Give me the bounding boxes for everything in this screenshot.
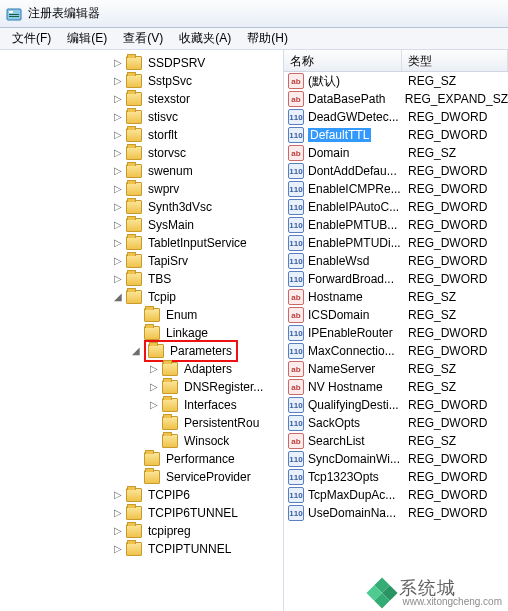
column-type[interactable]: 类型 (402, 50, 508, 71)
expander-closed-icon[interactable]: ▷ (112, 201, 124, 213)
expander-closed-icon[interactable]: ▷ (112, 219, 124, 231)
tree-node[interactable]: PersistentRou (148, 414, 283, 432)
value-type: REG_SZ (406, 362, 508, 376)
list-pane[interactable]: 名称 类型 ab(默认)REG_SZabDataBasePathREG_EXPA… (284, 50, 508, 611)
tree-node[interactable]: ▷stexstor (112, 90, 283, 108)
list-row[interactable]: 110QualifyingDesti...REG_DWORD (284, 396, 508, 414)
tree-node[interactable]: ▷tcpipreg (112, 522, 283, 540)
expander-closed-icon[interactable]: ▷ (112, 507, 124, 519)
window-title: 注册表编辑器 (28, 5, 100, 22)
tree-node[interactable]: ▷SysMain (112, 216, 283, 234)
tree-node[interactable]: ▷swenum (112, 162, 283, 180)
menu-favorites[interactable]: 收藏夹(A) (171, 28, 239, 49)
tree-node[interactable]: ServiceProvider (130, 468, 283, 486)
binary-value-icon: 110 (288, 397, 304, 413)
tree-node[interactable]: ▷TapiSrv (112, 252, 283, 270)
list-row[interactable]: 110SyncDomainWi...REG_DWORD (284, 450, 508, 468)
string-value-icon: ab (288, 145, 304, 161)
list-row[interactable]: 110SackOptsREG_DWORD (284, 414, 508, 432)
expander-closed-icon[interactable]: ▷ (112, 147, 124, 159)
expander-closed-icon[interactable]: ▷ (112, 237, 124, 249)
expander-closed-icon[interactable]: ▷ (112, 111, 124, 123)
expander-closed-icon[interactable]: ▷ (148, 381, 160, 393)
tree-node[interactable]: ▷DNSRegister... (148, 378, 283, 396)
expander-closed-icon[interactable]: ▷ (112, 255, 124, 267)
list-row[interactable]: abNameServerREG_SZ (284, 360, 508, 378)
tree-node[interactable]: ▷TBS (112, 270, 283, 288)
value-name: DontAddDefau... (308, 164, 397, 178)
list-row[interactable]: 110EnableICMPRe...REG_DWORD (284, 180, 508, 198)
expander-closed-icon[interactable]: ▷ (148, 363, 160, 375)
value-type: REG_DWORD (406, 452, 508, 466)
list-row[interactable]: 110MaxConnectio...REG_DWORD (284, 342, 508, 360)
expander-open-icon[interactable]: ◢ (130, 345, 142, 357)
list-row[interactable]: abICSDomainREG_SZ (284, 306, 508, 324)
list-row[interactable]: abDataBasePathREG_EXPAND_SZ (284, 90, 508, 108)
tree-node[interactable]: ▷SstpSvc (112, 72, 283, 90)
tree-node[interactable]: ▷TCPIP6TUNNEL (112, 504, 283, 522)
expander-closed-icon[interactable]: ▷ (112, 273, 124, 285)
list-row[interactable]: 110ForwardBroad...REG_DWORD (284, 270, 508, 288)
expander-closed-icon[interactable]: ▷ (112, 543, 124, 555)
value-name: EnableWsd (308, 254, 369, 268)
tree-node[interactable]: ▷storvsc (112, 144, 283, 162)
list-row[interactable]: 110DontAddDefau...REG_DWORD (284, 162, 508, 180)
tree-pane[interactable]: ▷SSDPSRV▷SstpSvc▷stexstor▷stisvc▷storflt… (0, 50, 284, 611)
list-row[interactable]: 110TcpMaxDupAc...REG_DWORD (284, 486, 508, 504)
tree-node[interactable]: ◢Parameters (130, 342, 283, 360)
tree-node[interactable]: ▷Synth3dVsc (112, 198, 283, 216)
value-type: REG_EXPAND_SZ (403, 92, 508, 106)
expander-closed-icon[interactable]: ▷ (112, 57, 124, 69)
tree-node[interactable]: ▷TCPIPTUNNEL (112, 540, 283, 558)
expander-closed-icon[interactable]: ▷ (112, 129, 124, 141)
menu-view[interactable]: 查看(V) (115, 28, 171, 49)
tree-node[interactable]: ▷storflt (112, 126, 283, 144)
list-row[interactable]: 110EnableWsdREG_DWORD (284, 252, 508, 270)
list-row[interactable]: abNV HostnameREG_SZ (284, 378, 508, 396)
expander-closed-icon[interactable]: ▷ (112, 525, 124, 537)
tree-node[interactable]: ▷swprv (112, 180, 283, 198)
value-name: UseDomainNa... (308, 506, 396, 520)
list-row[interactable]: 110EnablePMTUB...REG_DWORD (284, 216, 508, 234)
list-row[interactable]: 110DeadGWDetec...REG_DWORD (284, 108, 508, 126)
column-name[interactable]: 名称 (284, 50, 402, 71)
list-row[interactable]: 110Tcp1323OptsREG_DWORD (284, 468, 508, 486)
tree-node[interactable]: ▷Adapters (148, 360, 283, 378)
tree-node[interactable]: ▷Interfaces (148, 396, 283, 414)
binary-value-icon: 110 (288, 343, 304, 359)
list-row[interactable]: ab(默认)REG_SZ (284, 72, 508, 90)
value-name: TcpMaxDupAc... (308, 488, 395, 502)
binary-value-icon: 110 (288, 181, 304, 197)
expander-closed-icon[interactable]: ▷ (112, 165, 124, 177)
expander-closed-icon[interactable]: ▷ (112, 93, 124, 105)
tree-node-label: swprv (146, 180, 181, 198)
tree-node[interactable]: ▷TCPIP6 (112, 486, 283, 504)
tree-node[interactable]: Winsock (148, 432, 283, 450)
tree-node[interactable]: ▷SSDPSRV (112, 54, 283, 72)
tree-node[interactable]: ▷stisvc (112, 108, 283, 126)
list-row[interactable]: abHostnameREG_SZ (284, 288, 508, 306)
expander-closed-icon[interactable]: ▷ (112, 489, 124, 501)
tree-node[interactable]: Performance (130, 450, 283, 468)
value-name: ICSDomain (308, 308, 369, 322)
expander-closed-icon[interactable]: ▷ (148, 399, 160, 411)
tree-node[interactable]: ▷TabletInputService (112, 234, 283, 252)
list-row[interactable]: abSearchListREG_SZ (284, 432, 508, 450)
list-row[interactable]: 110EnableIPAutoC...REG_DWORD (284, 198, 508, 216)
menu-file[interactable]: 文件(F) (4, 28, 59, 49)
list-row[interactable]: abDomainREG_SZ (284, 144, 508, 162)
tree-node[interactable]: Enum (130, 306, 283, 324)
list-row[interactable]: 110IPEnableRouterREG_DWORD (284, 324, 508, 342)
folder-icon (144, 308, 160, 322)
menu-edit[interactable]: 编辑(E) (59, 28, 115, 49)
list-row[interactable]: 110UseDomainNa...REG_DWORD (284, 504, 508, 522)
expander-closed-icon[interactable]: ▷ (112, 75, 124, 87)
menu-help[interactable]: 帮助(H) (239, 28, 296, 49)
expander-open-icon[interactable]: ◢ (112, 291, 124, 303)
expander-closed-icon[interactable]: ▷ (112, 183, 124, 195)
folder-icon (162, 398, 178, 412)
folder-icon (126, 254, 142, 268)
tree-node[interactable]: ◢Tcpip (112, 288, 283, 306)
list-row[interactable]: 110DefaultTTLREG_DWORD (284, 126, 508, 144)
list-row[interactable]: 110EnablePMTUDi...REG_DWORD (284, 234, 508, 252)
